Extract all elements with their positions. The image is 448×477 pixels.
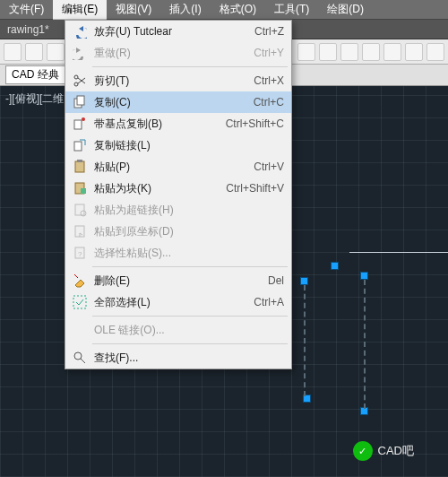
menu-item[interactable]: 带基点复制(B)Ctrl+Shift+C [65,113,291,134]
erase-icon [69,273,90,288]
zoom-button[interactable] [319,43,337,61]
menu-item[interactable]: 复制(C)Ctrl+C [65,91,291,113]
watermark: ✓ CAD吧 [353,441,414,461]
menu-绘图[interactable]: 绘图(D) [318,0,373,20]
menu-文件[interactable]: 文件(F) [0,0,53,20]
copy-icon [69,95,90,109]
menu-item-label: 查找(F)... [90,351,284,366]
orbit-button[interactable] [340,43,358,61]
menu-item-label: 粘贴为超链接(H) [90,203,284,218]
menu-separator [92,343,288,344]
menu-item: 粘贴为超链接(H) [65,199,291,221]
menu-item[interactable]: 查找(F)... [65,347,291,369]
paste-special-icon [69,246,90,260]
viewport-label[interactable]: -][俯视][二维 [5,91,64,107]
paste-orig-icon [69,224,90,238]
undo-icon [69,24,90,39]
document-title: rawing1* [7,23,49,36]
toolbar-button[interactable] [383,43,401,61]
copy-base-icon [69,117,90,131]
paste-icon [69,160,90,174]
toolbar-button[interactable] [405,43,423,61]
construction-line [364,280,366,409]
wechat-icon: ✓ [353,441,373,461]
menu-item[interactable]: 粘贴(P)Ctrl+V [65,156,291,178]
crosshair-horizontal [349,252,448,253]
menu-item[interactable]: 删除(E)Del [65,270,291,291]
edit-menu-dropdown: 放弃(U) TutclearCtrl+Z重做(R)Ctrl+Y剪切(T)Ctrl… [65,20,292,369]
paste-hyperlink-icon [69,203,90,217]
menu-item-shortcut: Ctrl+Z [247,25,284,38]
menu-bar: 文件(F)编辑(E)视图(V)插入(I)格式(O)工具(T)绘图(D) [0,0,448,20]
menu-item[interactable]: 复制链接(L) [65,134,291,156]
pan-button[interactable] [297,43,315,61]
toolbar-button[interactable] [25,43,43,61]
menu-separator [92,66,288,67]
toolbar-button[interactable] [4,43,22,61]
menu-item-label: 全部选择(L) [90,295,246,310]
menu-item-shortcut: Ctrl+C [246,96,284,108]
menu-插入[interactable]: 插入(I) [160,0,210,20]
menu-视图[interactable]: 视图(V) [107,0,160,20]
menu-item: 选择性粘贴(S)... [65,242,291,264]
redo-icon [69,46,90,60]
menu-item-label: 删除(E) [90,273,261,289]
toolbar-button[interactable] [362,43,380,61]
menu-item-label: 粘贴到原坐标(D) [90,224,284,239]
menu-item-shortcut: Ctrl+Y [246,47,284,59]
menu-编辑[interactable]: 编辑(E) [53,0,107,20]
menu-item: OLE 链接(O)... [65,319,291,341]
menu-item-shortcut: Ctrl+Shift+V [219,182,284,195]
menu-item[interactable]: 粘贴为块(K)Ctrl+Shift+V [65,178,291,199]
workspace-selector[interactable]: CAD 经典 [5,65,65,84]
menu-item-shortcut: Ctrl+X [246,74,284,87]
find-icon [69,351,90,365]
menu-item-label: 粘贴(P) [90,160,246,175]
scissors-icon [69,74,90,88]
construction-line [304,285,306,396]
menu-item[interactable]: 全部选择(L)Ctrl+A [65,291,291,313]
menu-item-label: 剪切(T) [90,74,246,89]
watermark-label: CAD吧 [378,443,414,459]
menu-item-shortcut: Ctrl+A [246,296,284,308]
menu-工具[interactable]: 工具(T) [265,0,318,20]
menu-item-label: 复制(C) [90,95,246,110]
menu-item-shortcut: Ctrl+V [246,160,284,173]
toolbar-button[interactable] [47,43,65,61]
selection-grip[interactable] [331,262,339,270]
toolbar-button[interactable] [426,43,444,61]
menu-item-label: 复制链接(L) [90,138,284,153]
selection-grip[interactable] [300,277,308,285]
paste-block-icon [69,181,90,195]
menu-item-label: 放弃(U) Tutclear [90,24,247,39]
menu-item-label: 带基点复制(B) [90,117,219,132]
copy-link-icon [69,138,90,152]
menu-item: 粘贴到原坐标(D) [65,221,291,242]
menu-格式[interactable]: 格式(O) [211,0,265,20]
select-all-icon [69,295,90,309]
menu-item-label: OLE 链接(O)... [90,323,284,338]
menu-item-label: 粘贴为块(K) [90,181,219,196]
menu-item[interactable]: 剪切(T)Ctrl+X [65,70,291,91]
menu-item-label: 选择性粘贴(S)... [90,246,284,261]
menu-separator [92,266,288,267]
menu-item: 重做(R)Ctrl+Y [65,42,291,64]
menu-item-shortcut: Del [261,274,284,287]
selection-grip[interactable] [360,272,368,280]
menu-item-label: 重做(R) [90,46,246,61]
menu-separator [92,316,288,317]
menu-item[interactable]: 放弃(U) TutclearCtrl+Z [65,21,291,42]
menu-item-shortcut: Ctrl+Shift+C [219,117,284,130]
